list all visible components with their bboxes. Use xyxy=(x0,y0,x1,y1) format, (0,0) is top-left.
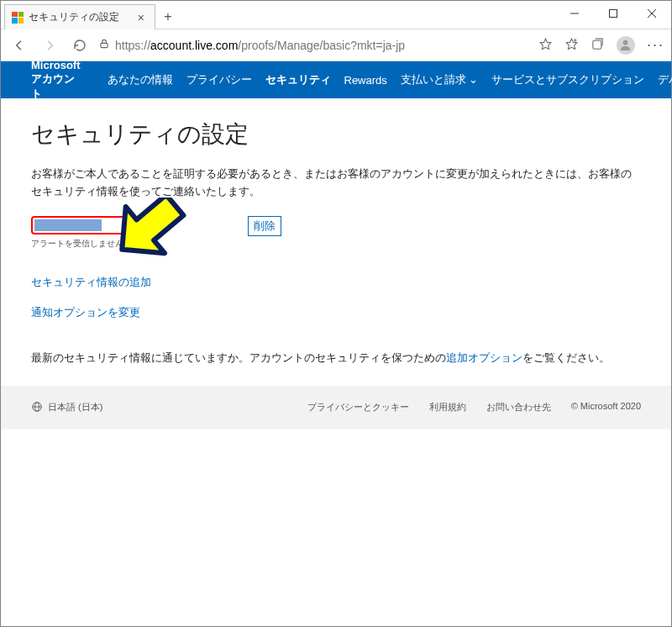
browser-window: セキュリティの設定 × + https://account.live.com/p… xyxy=(0,0,672,627)
alert-status-label: アラートを受信しません xyxy=(31,238,130,250)
account-nav: Microsoft アカウント あなたの情報 プライバシー セキュリティ Rew… xyxy=(1,61,671,98)
brand-label[interactable]: Microsoft アカウント xyxy=(31,59,81,102)
nav-privacy[interactable]: プライバシー xyxy=(186,72,252,87)
svg-rect-1 xyxy=(610,10,617,18)
titlebar: セキュリティの設定 × + xyxy=(1,1,671,29)
main-content: セキュリティの設定 お客様がご本人であることを証明する必要があるとき、またはお客… xyxy=(1,98,671,386)
forward-button[interactable] xyxy=(38,34,61,57)
svg-marker-5 xyxy=(540,39,551,49)
chevron-down-icon: ⌄ xyxy=(469,73,478,86)
microsoft-icon xyxy=(12,12,24,24)
page-footer: 日本語 (日本) プライバシーとクッキー 利用規約 お問い合わせ先 © Micr… xyxy=(1,386,671,429)
svg-rect-4 xyxy=(101,43,108,47)
address-bar: https://account.live.com/proofs/Manage/b… xyxy=(1,29,671,61)
svg-point-10 xyxy=(623,40,628,45)
add-security-info-link[interactable]: セキュリティ情報の追加 xyxy=(31,275,641,290)
additional-options-link[interactable]: 追加オプション xyxy=(446,351,522,364)
footer-contact-link[interactable]: お問い合わせ先 xyxy=(486,401,551,414)
window-controls xyxy=(555,1,671,26)
refresh-button[interactable] xyxy=(68,34,92,57)
delete-button[interactable]: 削除 xyxy=(248,216,281,236)
more-icon[interactable]: ··· xyxy=(647,36,664,54)
address-bar-actions: ··· xyxy=(538,36,664,55)
url-box[interactable]: https://account.live.com/proofs/Manage/b… xyxy=(98,38,525,52)
tab-title: セキュリティの設定 xyxy=(29,10,129,24)
change-notification-link[interactable]: 通知オプションを変更 xyxy=(31,305,641,320)
favorite-star-icon[interactable] xyxy=(538,37,553,54)
lock-icon xyxy=(98,38,110,52)
copyright-label: © Microsoft 2020 xyxy=(571,401,641,414)
nav-security[interactable]: セキュリティ xyxy=(265,72,331,87)
favorites-icon[interactable] xyxy=(564,37,579,54)
notice-text: 最新のセキュリティ情報に通じていますか。アカウントのセキュリティを保つための追加… xyxy=(31,350,641,366)
nav-devices[interactable]: デバイス xyxy=(658,72,672,87)
nav-rewards[interactable]: Rewards xyxy=(344,74,387,87)
security-info-item[interactable] xyxy=(31,216,130,234)
nav-your-info[interactable]: あなたの情報 xyxy=(108,72,173,87)
language-label[interactable]: 日本語 (日本) xyxy=(48,401,102,414)
footer-terms-link[interactable]: 利用規約 xyxy=(429,401,466,414)
globe-icon xyxy=(31,401,43,414)
close-tab-icon[interactable]: × xyxy=(134,11,148,24)
app-launcher-icon[interactable] xyxy=(14,71,18,88)
security-links: セキュリティ情報の追加 通知オプションを変更 xyxy=(31,275,641,320)
browser-tab[interactable]: セキュリティの設定 × xyxy=(4,4,155,29)
collections-icon[interactable] xyxy=(591,37,605,54)
maximize-button[interactable] xyxy=(594,1,633,26)
footer-privacy-link[interactable]: プライバシーとクッキー xyxy=(307,401,409,414)
minimize-button[interactable] xyxy=(555,1,594,26)
empty-area xyxy=(1,429,671,626)
nav-payment[interactable]: 支払いと請求 ⌄ xyxy=(401,72,479,87)
url-text: https://account.live.com/proofs/Manage/b… xyxy=(115,39,405,52)
new-tab-button[interactable]: + xyxy=(155,4,181,29)
security-item-row: アラートを受信しません 削除 xyxy=(31,216,641,250)
nav-services[interactable]: サービスとサブスクリプション xyxy=(491,72,644,87)
page-description: お客様がご本人であることを証明する必要があるとき、またはお客様のアカウントに変更… xyxy=(31,166,641,201)
page-title: セキュリティの設定 xyxy=(31,119,641,150)
close-window-button[interactable] xyxy=(633,1,671,26)
profile-avatar-icon[interactable] xyxy=(617,36,635,55)
svg-rect-9 xyxy=(593,40,601,49)
back-button[interactable] xyxy=(8,34,31,57)
